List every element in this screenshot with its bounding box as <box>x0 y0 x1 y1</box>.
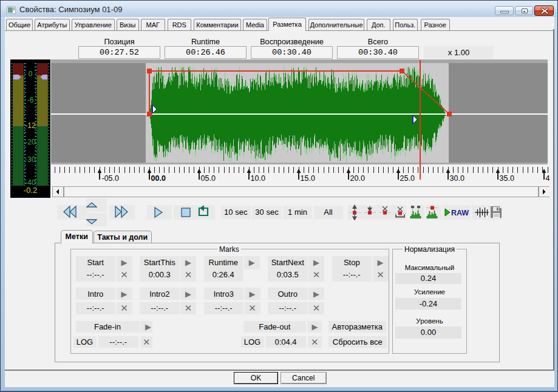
svg-text:05.0: 05.0 <box>201 174 216 183</box>
svg-text:35.0: 35.0 <box>500 174 514 183</box>
svg-text:-05.0: -05.0 <box>102 174 120 183</box>
svg-text:10.0: 10.0 <box>251 174 265 183</box>
svg-text:25.0: 25.0 <box>400 174 415 183</box>
svg-text:-0.2: -0.2 <box>24 186 37 195</box>
svg-text:4: 4 <box>546 174 550 183</box>
svg-text:20.0: 20.0 <box>350 174 365 183</box>
svg-text:30.0: 30.0 <box>450 174 464 183</box>
svg-text:-20: -20 <box>25 138 36 146</box>
svg-text:-6: -6 <box>27 96 34 104</box>
svg-text:15.0: 15.0 <box>301 174 315 183</box>
svg-text:-30: -30 <box>25 155 36 164</box>
svg-text:0: 0 <box>29 70 33 78</box>
svg-text:-12: -12 <box>25 121 36 130</box>
svg-text:00.0: 00.0 <box>151 174 166 183</box>
svg-text:RAW: RAW <box>451 209 469 217</box>
